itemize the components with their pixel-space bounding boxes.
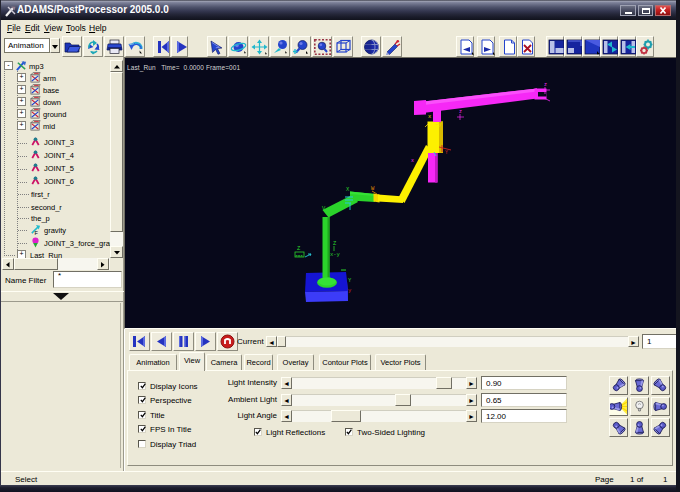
svg-text:z: z: [544, 82, 547, 88]
svg-text:Y: Y: [348, 277, 352, 284]
svg-text:x: x: [411, 158, 414, 164]
svg-text:y: y: [348, 287, 352, 294]
svg-text:Z: Z: [333, 240, 337, 247]
svg-text:Y: Y: [445, 150, 448, 156]
svg-text:EB3: EB3: [296, 254, 304, 258]
svg-text:Z: Z: [297, 245, 301, 252]
svg-text:z: z: [459, 109, 462, 115]
svg-text:W: W: [371, 185, 375, 192]
svg-text:x-y: x-y: [330, 251, 341, 258]
svg-text:x: x: [428, 113, 432, 120]
svg-text:-y: -y: [435, 121, 442, 128]
svg-text:X: X: [346, 186, 350, 193]
svg-text:F: F: [35, 230, 39, 235]
